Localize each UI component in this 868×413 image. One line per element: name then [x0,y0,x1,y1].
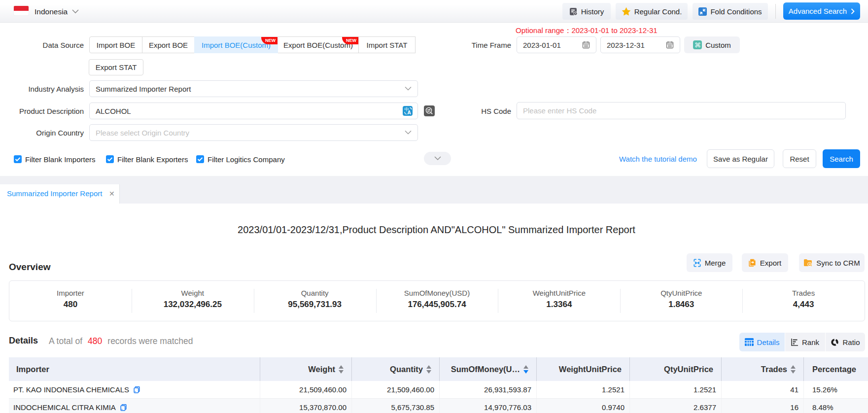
svg-text:A: A [407,109,411,115]
